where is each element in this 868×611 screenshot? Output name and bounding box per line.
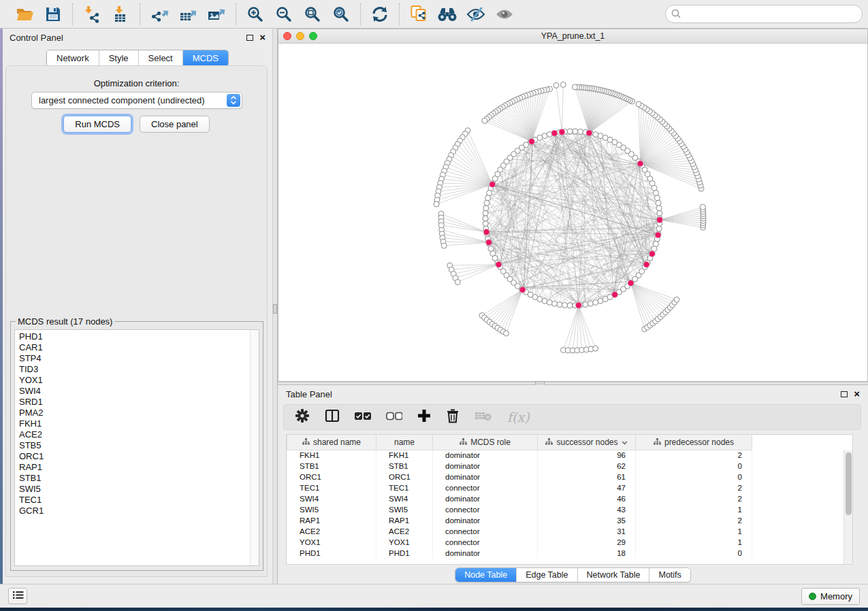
result-list-item[interactable]: STB5 — [19, 440, 259, 451]
vertical-split-divider[interactable] — [272, 29, 278, 584]
column-header-predecessor-nodes[interactable]: predecessor nodes — [636, 435, 752, 450]
table-cell: 31 — [538, 526, 636, 537]
list-icon — [12, 590, 24, 602]
zoom-in-button[interactable] — [243, 3, 268, 25]
refresh-button[interactable] — [368, 3, 392, 25]
table-row[interactable]: ACE2ACE2connector311 — [287, 526, 752, 537]
column-header-MCDS-role[interactable]: MCDS role — [433, 435, 538, 450]
table-cell: SWI5 — [287, 504, 376, 515]
result-list-item[interactable]: GCR1 — [19, 506, 259, 516]
close-panel-icon[interactable]: × — [259, 34, 266, 41]
table-row[interactable]: RAP1RAP1dominator352 — [287, 515, 752, 526]
refresh-icon — [371, 5, 389, 23]
table-cell: connector — [433, 504, 538, 515]
settings-button[interactable] — [295, 408, 310, 426]
zoom-selected-button[interactable] — [329, 3, 353, 25]
zoom-out-button[interactable] — [272, 3, 296, 25]
column-header-name[interactable]: name — [376, 435, 433, 450]
result-list-item[interactable]: PMA2 — [19, 408, 259, 418]
tab-motifs[interactable]: Motifs — [649, 568, 690, 582]
status-bar: Memory — [0, 584, 868, 608]
mcds-result-list[interactable]: PHD1CAR1STP4TID3YOX1SWI4SRD1PMA2FKH1ACE2… — [14, 329, 259, 566]
optimization-select[interactable]: largest connected component (undirected) — [31, 92, 242, 109]
result-list-item[interactable]: SWI5 — [19, 484, 259, 495]
delete-button[interactable] — [446, 408, 460, 426]
result-list-item[interactable]: PHD1 — [19, 331, 259, 342]
result-list-item[interactable]: RAP1 — [19, 462, 259, 473]
tab-mcds[interactable]: MCDS — [182, 50, 228, 66]
task-history-button[interactable] — [8, 588, 27, 604]
tab-select[interactable]: Select — [138, 50, 182, 66]
table-cell: 47 — [538, 482, 636, 493]
table-row[interactable]: PHD1PHD1dominator180 — [287, 548, 752, 559]
float-panel-icon[interactable] — [841, 391, 848, 397]
table-row[interactable]: SWI5SWI5connector431 — [287, 504, 752, 515]
table-row[interactable]: FKH1FKH1dominator962 — [287, 450, 752, 461]
mcds-result-box: MCDS result (17 nodes) PHD1CAR1STP4TID3Y… — [10, 316, 263, 571]
node-table[interactable]: shared namenameMCDS rolesuccessor nodesp… — [286, 434, 853, 565]
result-list-item[interactable]: ACE2 — [19, 429, 259, 440]
tab-network[interactable]: Network — [47, 50, 99, 66]
float-panel-icon[interactable] — [246, 35, 253, 41]
table-cell: connector — [433, 482, 538, 493]
import-table-button[interactable] — [108, 3, 133, 25]
table-cell: 1 — [636, 537, 752, 548]
search-box — [665, 5, 863, 23]
result-list-item[interactable]: YOX1 — [19, 375, 259, 386]
zoom-fit-icon — [304, 5, 321, 23]
export-network-button[interactable] — [147, 3, 172, 25]
table-row[interactable]: TEC1TEC1connector472 — [287, 482, 752, 493]
open-button[interactable] — [12, 3, 37, 25]
result-list-item[interactable]: STB1 — [19, 473, 259, 484]
copy-network-button[interactable] — [406, 3, 431, 25]
hide-eye-button[interactable] — [464, 3, 488, 25]
export-image-button[interactable] — [204, 3, 229, 25]
export-table-button[interactable] — [176, 3, 200, 25]
result-list-item[interactable]: TID3 — [19, 364, 259, 375]
close-panel-button[interactable]: Close panel — [140, 116, 210, 133]
zoom-out-icon — [275, 5, 293, 23]
divider-handle[interactable] — [273, 304, 277, 314]
optimization-label: Optimization criterion: — [6, 78, 267, 88]
tab-node-table[interactable]: Node Table — [455, 568, 516, 582]
select-all-button[interactable] — [355, 411, 371, 423]
zoom-fit-button[interactable] — [300, 3, 325, 25]
network-window-titlebar[interactable]: YPA_prune.txt_1 — [278, 29, 867, 44]
tab-network-table[interactable]: Network Table — [577, 568, 649, 582]
scrollbar-thumb[interactable] — [846, 452, 852, 515]
result-scrollbar[interactable] — [250, 330, 259, 565]
result-list-item[interactable]: FKH1 — [19, 418, 259, 429]
table-cell: 29 — [538, 537, 636, 548]
search-network-button[interactable] — [435, 3, 460, 25]
delete-icon — [446, 408, 460, 426]
close-panel-icon[interactable]: × — [854, 391, 860, 397]
tab-edge-table[interactable]: Edge Table — [516, 568, 577, 582]
search-input[interactable] — [665, 5, 863, 23]
result-list-item[interactable]: SWI4 — [19, 386, 259, 397]
remove-column-icon — [475, 410, 492, 424]
result-list-item[interactable]: SRD1 — [19, 397, 259, 408]
table-cell: 18 — [538, 548, 636, 559]
result-list-item[interactable]: CAR1 — [19, 342, 259, 353]
column-label: successor nodes — [556, 437, 617, 447]
table-scrollbar[interactable] — [843, 450, 852, 565]
run-mcds-button[interactable]: Run MCDS — [63, 116, 131, 133]
save-button[interactable] — [41, 3, 65, 25]
table-row[interactable]: SWI4SWI4dominator462 — [287, 493, 752, 504]
result-list-item[interactable]: TEC1 — [19, 495, 259, 506]
memory-button[interactable]: Memory — [801, 588, 860, 605]
add-button[interactable] — [417, 409, 431, 425]
show-eye-button[interactable] — [492, 3, 517, 25]
import-network-button[interactable] — [80, 3, 104, 25]
tab-style[interactable]: Style — [99, 50, 138, 66]
deselect-all-button[interactable] — [386, 411, 402, 423]
result-list-item[interactable]: STP4 — [19, 353, 259, 364]
table-row[interactable]: STB1STB1dominator620 — [287, 461, 752, 472]
columns-button[interactable] — [325, 409, 340, 425]
table-row[interactable]: YOX1YOX1connector291 — [287, 537, 752, 548]
column-header-shared-name[interactable]: shared name — [287, 435, 376, 450]
column-header-successor-nodes[interactable]: successor nodes — [538, 435, 636, 450]
network-canvas[interactable] — [278, 44, 867, 381]
result-list-item[interactable]: ORC1 — [19, 451, 259, 462]
table-row[interactable]: ORC1ORC1dominator610 — [287, 472, 752, 482]
